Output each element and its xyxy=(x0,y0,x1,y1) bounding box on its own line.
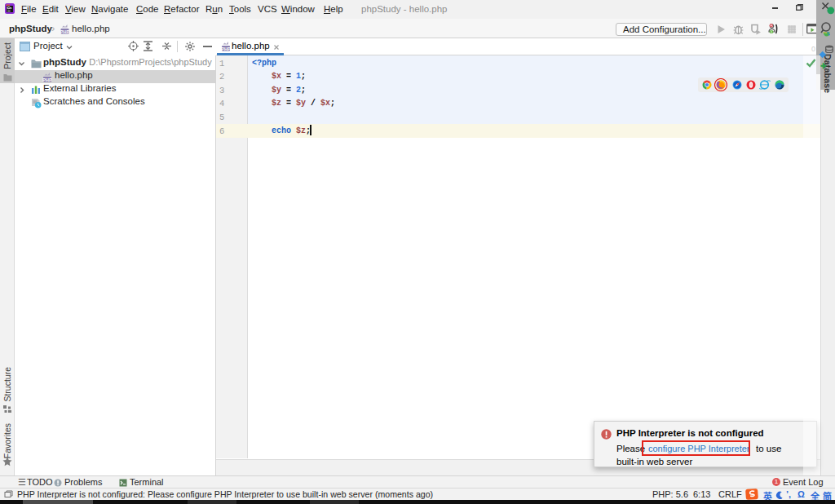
svg-text:PHP: PHP xyxy=(60,29,70,34)
svg-text:PHP: PHP xyxy=(221,46,231,51)
svg-text:PHP: PHP xyxy=(42,77,52,82)
